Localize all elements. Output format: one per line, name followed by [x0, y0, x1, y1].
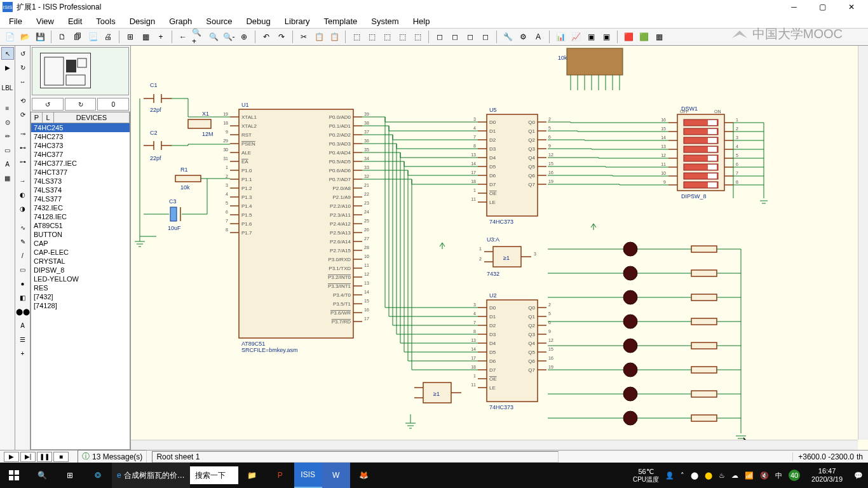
palette-tool-2[interactable]: / [17, 249, 29, 262]
overview-thumbnail[interactable] [32, 47, 129, 95]
toolbar-button[interactable]: ⚙ [516, 30, 530, 44]
notifications-icon[interactable]: 💬 [854, 471, 863, 480]
device-header-l[interactable]: L [43, 112, 54, 123]
toolbar-button[interactable]: 🔧 [501, 30, 515, 44]
menu-tools[interactable]: Tools [90, 15, 121, 27]
tray-ime[interactable]: 中 [775, 471, 782, 480]
device-item[interactable]: AT89C51 [31, 221, 130, 230]
palette-tool-2[interactable]: ⊶ [17, 155, 29, 168]
toolbar-button[interactable]: 🔍- [222, 30, 236, 44]
taskview-icon[interactable]: ⊞ [56, 463, 84, 488]
toolbar-button[interactable]: ⬚ [365, 30, 379, 44]
device-item[interactable]: 74HCT377 [31, 168, 130, 177]
tray-badge-icon[interactable]: 40 [789, 470, 800, 481]
message-count[interactable]: ⓘ 13 Message(s) [78, 450, 147, 463]
palette-tool-2[interactable]: ⬤⬤ [17, 305, 29, 318]
menu-edit[interactable]: Edit [62, 15, 88, 27]
menu-design[interactable]: Design [123, 15, 161, 27]
toolbar-button[interactable]: 🔍+ [191, 30, 205, 44]
tray-wifi-icon[interactable]: 📶 [745, 471, 754, 480]
search-icon[interactable]: 🔍 [28, 463, 56, 488]
menu-template[interactable]: Template [318, 15, 364, 27]
taskbar-clock[interactable]: 16:472020/3/19 [806, 467, 848, 484]
device-item[interactable]: 7432.IEC [31, 203, 130, 212]
device-item[interactable]: 74HC273 [31, 132, 130, 141]
sheet-name[interactable]: Root sheet 1 [152, 451, 559, 463]
palette-tool-2[interactable]: ◐ [17, 188, 29, 201]
horizontal-scrollbar[interactable] [131, 440, 858, 450]
close-button[interactable]: ✕ [837, 0, 865, 14]
palette-tool-2[interactable]: ▭ [17, 263, 29, 276]
toolbar-button[interactable]: 🟩 [637, 30, 651, 44]
toolbar-button[interactable]: 🗐 [71, 30, 85, 44]
browser-task[interactable]: e合成树脂瓦的价… [112, 463, 190, 488]
firefox-icon[interactable]: 🦊 [350, 463, 378, 488]
explorer-icon[interactable]: 📁 [238, 463, 266, 488]
palette-tool[interactable]: LBL [1, 81, 14, 94]
menu-help[interactable]: Help [407, 15, 437, 27]
toolbar-button[interactable]: ◻ [478, 30, 492, 44]
device-item[interactable]: CAP-ELEC [31, 248, 130, 257]
start-button[interactable] [0, 463, 28, 488]
menu-system[interactable]: System [365, 15, 405, 27]
toolbar-button[interactable]: 📃 [86, 30, 100, 44]
device-item[interactable]: 74HC377 [31, 150, 130, 159]
isis-task-icon[interactable]: ISIS [294, 463, 322, 488]
toolbar-button[interactable]: ▦ [652, 30, 666, 44]
menu-library[interactable]: Library [278, 15, 316, 27]
tray-icon-4[interactable]: ☁ [731, 471, 738, 480]
toolbar-button[interactable]: 📊 [553, 30, 567, 44]
palette-tool-2[interactable]: ⟳ [17, 108, 29, 121]
device-item[interactable]: 74LS377 [31, 194, 130, 203]
menu-graph[interactable]: Graph [163, 15, 198, 27]
palette-tool-2[interactable]: → [17, 174, 29, 187]
toolbar-button[interactable]: + [154, 30, 168, 44]
device-item[interactable]: 74HC245 [31, 123, 130, 132]
device-item[interactable]: 74128.IEC [31, 212, 130, 221]
pause-button[interactable]: ❚❚ [37, 452, 52, 462]
palette-tool-2[interactable]: ⊷ [17, 141, 29, 154]
palette-tool[interactable]: A [1, 158, 14, 170]
device-item[interactable]: LED-YELLOW [31, 274, 130, 283]
toolbar-button[interactable]: ↷ [275, 30, 288, 44]
palette-tool-2[interactable]: ◑ [17, 202, 29, 215]
device-item[interactable]: [74128] [31, 301, 130, 310]
nav-input[interactable]: 0 [97, 98, 129, 111]
menu-file[interactable]: File [3, 15, 29, 27]
palette-tool-2[interactable]: A [17, 319, 29, 332]
toolbar-button[interactable]: 📄 [3, 30, 17, 44]
palette-tool-2[interactable]: ◧ [17, 291, 29, 304]
cpu-temp[interactable]: 56℃CPU温度 [633, 468, 659, 482]
toolbar-button[interactable]: 🔍 [207, 30, 220, 44]
toolbar-button[interactable]: ⊞ [123, 30, 137, 44]
device-header-p[interactable]: P [31, 112, 43, 123]
toolbar-button[interactable]: ▦ [139, 30, 153, 44]
people-icon[interactable]: 👤 [665, 471, 674, 480]
tray-icon-2[interactable]: ⬤ [705, 471, 712, 480]
device-item[interactable]: 74LS374 [31, 186, 130, 194]
toolbar-button[interactable]: ◻ [463, 30, 477, 44]
palette-tool[interactable]: ⊙ [1, 116, 14, 128]
vertical-scrollbar[interactable] [858, 46, 868, 440]
toolbar-button[interactable]: 📋 [327, 30, 341, 44]
nav-ccw-button[interactable]: ↺ [32, 98, 64, 111]
palette-tool-2[interactable]: ↺ [17, 47, 29, 60]
device-item[interactable]: RES [31, 283, 130, 292]
toolbar-button[interactable]: ⬚ [395, 30, 409, 44]
toolbar-button[interactable]: ⊕ [237, 30, 251, 44]
toolbar-button[interactable]: ← [176, 30, 190, 44]
powerpoint-icon[interactable]: P [266, 463, 294, 488]
device-item[interactable]: 74HC373 [31, 141, 130, 150]
toolbar-button[interactable]: ◻ [433, 30, 447, 44]
tray-volume-icon[interactable]: 🔇 [760, 471, 769, 480]
toolbar-button[interactable]: 📂 [18, 30, 32, 44]
device-item[interactable]: [7432] [31, 292, 130, 301]
minimize-button[interactable]: ─ [780, 0, 808, 14]
step-button[interactable]: ▶| [20, 452, 36, 462]
palette-tool[interactable]: ▶ [1, 61, 14, 74]
toolbar-button[interactable]: 🗋 [55, 30, 69, 44]
toolbar-button[interactable]: ⬚ [410, 30, 424, 44]
palette-tool[interactable]: ↖ [1, 47, 14, 60]
palette-tool[interactable]: ▭ [1, 144, 14, 156]
toolbar-button[interactable]: ↶ [259, 30, 273, 44]
